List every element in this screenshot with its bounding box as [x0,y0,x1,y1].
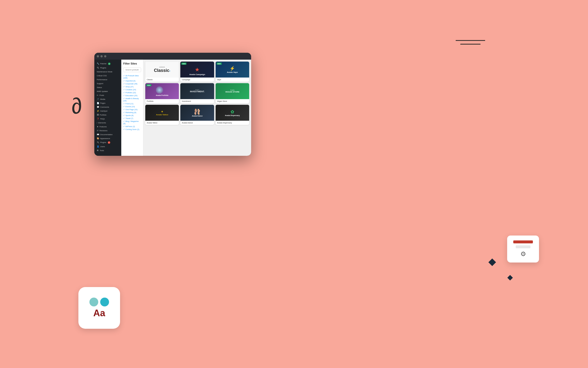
portfolio-icon: 🖼 [97,114,99,116]
users-icon: 👤 [97,145,99,148]
site-card-campaign[interactable]: NEW ★ Avada Campaign Campaign [180,62,214,82]
sites-grid: AVADA Classic• Classic NEW ★ Avada Campa… [145,62,249,125]
tattoo-title: Avada Tattoo [156,114,168,116]
filter-item-sports[interactable]: Sports (8) [123,114,141,117]
dispensary-flower-icon: ✿ [231,109,234,114]
sidebar-item-revisions[interactable]: ↺ Revisions [94,129,121,132]
sidebar-item-maintenance[interactable]: Maintenance Mode [94,70,121,74]
sidebar-item-documentation[interactable]: 📖 Documentation [94,132,121,136]
sidebar-item-awb-updater[interactable]: AWB Updater [94,89,121,93]
investment-avada: AVADA [190,89,205,91]
sidebar-item-faqs[interactable]: ❓ FAQs [94,117,121,121]
sidebar-item-appearance[interactable]: 🎨 Appearance [94,136,121,140]
site-card-vegan[interactable]: Avada VEGAN STORE Vegan Store [216,83,249,103]
sidebar-item-plugins-2[interactable]: 🔌 Plugins 6 [94,140,121,145]
dance-figure-icon: 🩰 [194,109,200,115]
sidebar-item-critical-css[interactable]: Critical CSS [94,74,121,78]
sidebar-item-status[interactable]: Status [94,85,121,89]
filter-item-all[interactable]: All Prebuilt Sites (108) [123,74,141,79]
site-thumb-dispensary: ✿ Avada Dispensary [216,105,249,121]
site-label-classic: Classic [145,78,179,82]
elements-icon: / [97,122,97,124]
campaign-new-badge: NEW [181,63,186,65]
site-card-classic[interactable]: AVADA Classic• Classic [145,62,179,82]
filter-item-portfolio[interactable]: Portfolio (22) [123,91,141,94]
filter-item-blog[interactable]: Blog / Magazine (6) [123,120,141,125]
sidebar-item-posts[interactable]: ✏ Posts [94,93,121,97]
filter-item-bbpress[interactable]: bbPress (2) [123,125,141,128]
site-label-dispensary: Avada Dispensary [216,121,249,125]
sidebar-item-plugins[interactable]: 🔌 Plugins [94,66,121,70]
sidebar-item-features[interactable]: ★ Features [94,125,121,129]
site-thumb-vape: NEW ⚡ Avada Vape [216,62,249,78]
tattoo-content: ✦ Avada Tattoo [156,110,168,116]
appearance-icon: 🎨 [97,137,99,140]
patcher-icon: 🔧 [97,63,99,65]
vape-label: Avada Vape [227,71,238,73]
site-label-investment: Investment [180,99,214,103]
site-card-dispensary[interactable]: ✿ Avada Dispensary Avada Dispensary [216,105,249,125]
tools-icon: 🛠 [97,149,99,152]
sidebar-item-hubspot[interactable]: ⚡ HubSpot [94,109,121,113]
filter-item-events[interactable]: Events (10) [123,105,141,108]
sidebar-item-portfolio[interactable]: 🖼 Portfolio [94,113,121,117]
filter-item-marketing[interactable]: Marketing (8) [123,111,141,114]
site-label-vape: Vape [216,78,249,82]
sidebar-item-media[interactable]: 🎵 Media [94,97,121,101]
sidebar-item-comments[interactable]: 💬 Comments [94,105,121,109]
filter-item-comingsoon[interactable]: Coming Soon (2) [123,128,141,131]
filter-item-food[interactable]: Food (11) [123,102,141,105]
portfolio-text: Avada Portfolio [156,94,168,96]
site-card-portfolio[interactable]: NEW Avada Portfolio Portfolio [145,83,179,103]
filter-title: Filter Sites [123,62,141,65]
portfolio-glow [156,86,163,94]
portfolio-content: Avada Portfolio [156,86,168,96]
site-card-tattoo[interactable]: ✦ Avada Tattoo Avada Tattoo [145,105,179,125]
filter-item-travel[interactable]: Travel (7) [123,117,141,120]
revisions-icon: ↺ [97,130,98,132]
site-label-vegan: Vegan Store [216,99,249,103]
filter-search-input[interactable] [123,67,141,72]
portfolio-new-badge: NEW [146,84,151,86]
filter-item-creative[interactable]: Creative (24) [123,88,141,91]
site-thumb-portfolio: NEW Avada Portfolio [145,83,179,99]
faqs-icon: ❓ [97,118,99,120]
plugins2-icon: 🔌 [97,141,99,144]
media-icon: 🎵 [97,98,99,100]
deco-lines-icon [456,38,485,48]
browser-titlebar [94,53,251,60]
site-card-investment[interactable]: AVADA INVESTMENT. Investment [180,83,214,103]
sidebar-item-support[interactable]: Support [94,81,121,85]
filter-item-shop[interactable]: Shop (27) [123,85,141,88]
sidebar-item-performance[interactable]: Performance [94,78,121,81]
site-label-portfolio: Portfolio [145,99,179,103]
site-label-tattoo: Avada Tattoo [145,121,179,125]
filter-item-health[interactable]: Health & Beauty (19) [123,97,141,102]
font-app-widget: Aa [78,287,120,329]
sidebar-item-tools[interactable]: 🛠 Tools [94,148,121,152]
site-thumb-vegan: Avada VEGAN STORE [216,83,249,99]
deco-card-bar-gray [516,245,530,248]
filter-item-education[interactable]: Education (20) [123,94,141,97]
gear-icon: ⚙ [520,250,526,258]
main-content-area: Filter Sites All Prebuilt Sites (108) Im… [121,60,251,156]
site-card-vape[interactable]: NEW ⚡ Avada Vape Vape [216,62,249,82]
sidebar-item-elements[interactable]: / Elements [94,121,121,125]
features-icon: ★ [97,126,98,128]
pages-icon: 📄 [97,102,99,104]
sidebar-item-users[interactable]: 👤 Users [94,145,121,148]
sidebar-item-pages[interactable]: 📄 Pages [94,101,121,105]
documentation-icon: 📖 [97,133,99,136]
font-app-circles [89,298,109,306]
plugins-icon: 🔌 [97,67,99,69]
classic-avada-label: AVADA [154,66,170,68]
sidebar-item-patcher[interactable]: 🔧 Patcher ● [94,62,121,66]
filter-item-corporate[interactable]: Corporate (46) [123,82,141,85]
filter-item-imported[interactable]: Imported (0) [123,79,141,82]
sites-grid-panel: AVADA Classic• Classic NEW ★ Avada Campa… [143,60,251,156]
font-app-circle-gray [89,298,98,306]
site-card-dance[interactable]: 🩰 Avada Dance Avada Dance [180,105,214,125]
filter-item-onepage[interactable]: One Page (10) [123,108,141,111]
vape-icon: ⚡ [230,66,235,71]
dance-content: 🩰 Avada Dance [192,109,203,117]
